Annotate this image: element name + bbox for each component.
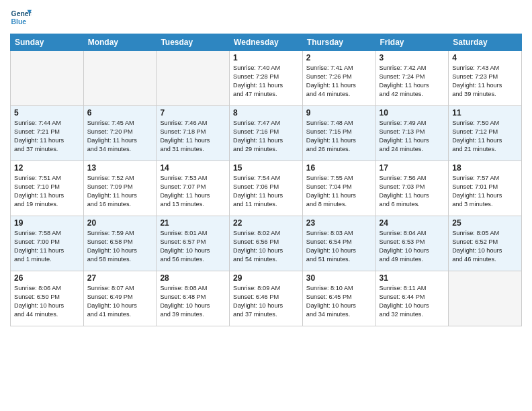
calendar-cell: 11Sunrise: 7:50 AM Sunset: 7:12 PM Dayli… [449,106,522,161]
weekday-header-wednesday: Wednesday [230,34,303,51]
day-number: 6 [87,108,153,118]
day-info: Sunrise: 7:58 AM Sunset: 7:00 PM Dayligh… [14,229,80,264]
day-number: 8 [233,108,299,118]
day-number: 21 [160,218,226,228]
day-info: Sunrise: 8:05 AM Sunset: 6:52 PM Dayligh… [452,229,518,264]
day-number: 4 [452,53,518,62]
calendar-table: SundayMondayTuesdayWednesdayThursdayFrid… [10,34,522,326]
calendar-cell: 4Sunrise: 7:43 AM Sunset: 7:23 PM Daylig… [449,51,522,106]
day-info: Sunrise: 7:45 AM Sunset: 7:20 PM Dayligh… [87,119,153,154]
calendar-cell [449,271,522,326]
day-number: 2 [306,53,372,62]
calendar-cell: 3Sunrise: 7:42 AM Sunset: 7:24 PM Daylig… [375,51,449,106]
calendar-cell: 16Sunrise: 7:55 AM Sunset: 7:04 PM Dayli… [302,161,375,216]
day-info: Sunrise: 7:41 AM Sunset: 7:26 PM Dayligh… [306,64,372,99]
calendar-cell: 30Sunrise: 8:10 AM Sunset: 6:45 PM Dayli… [302,271,375,326]
calendar-cell [83,51,157,106]
weekday-header-sunday: Sunday [11,34,84,51]
day-info: Sunrise: 7:44 AM Sunset: 7:21 PM Dayligh… [14,119,80,154]
day-number: 3 [380,53,445,62]
day-info: Sunrise: 8:04 AM Sunset: 6:53 PM Dayligh… [380,229,445,264]
calendar-cell: 14Sunrise: 7:53 AM Sunset: 7:07 PM Dayli… [157,161,230,216]
day-info: Sunrise: 8:07 AM Sunset: 6:49 PM Dayligh… [87,284,153,319]
day-number: 28 [160,273,226,283]
day-number: 14 [160,163,226,173]
calendar-cell: 12Sunrise: 7:51 AM Sunset: 7:10 PM Dayli… [11,161,84,216]
day-number: 30 [306,273,372,283]
day-info: Sunrise: 8:01 AM Sunset: 6:57 PM Dayligh… [160,229,226,264]
calendar-cell: 20Sunrise: 7:59 AM Sunset: 6:58 PM Dayli… [83,216,157,271]
page-container: General Blue SundayMondayTuesdayWednesda… [0,0,532,411]
svg-text:Blue: Blue [11,18,27,26]
day-number: 15 [233,163,299,173]
day-number: 17 [380,163,445,173]
calendar-week-1: 1Sunrise: 7:40 AM Sunset: 7:28 PM Daylig… [11,51,522,106]
calendar-week-2: 5Sunrise: 7:44 AM Sunset: 7:21 PM Daylig… [11,106,522,161]
weekday-header-saturday: Saturday [449,34,522,51]
day-info: Sunrise: 7:54 AM Sunset: 7:06 PM Dayligh… [233,174,299,209]
day-info: Sunrise: 7:53 AM Sunset: 7:07 PM Dayligh… [160,174,226,209]
calendar-cell: 31Sunrise: 8:11 AM Sunset: 6:44 PM Dayli… [375,271,449,326]
day-info: Sunrise: 7:40 AM Sunset: 7:28 PM Dayligh… [233,64,299,99]
day-number: 9 [306,108,372,118]
day-info: Sunrise: 8:10 AM Sunset: 6:45 PM Dayligh… [306,284,372,319]
calendar-week-3: 12Sunrise: 7:51 AM Sunset: 7:10 PM Dayli… [11,161,522,216]
weekday-header-row: SundayMondayTuesdayWednesdayThursdayFrid… [11,34,522,51]
day-number: 23 [306,218,372,228]
calendar-cell: 19Sunrise: 7:58 AM Sunset: 7:00 PM Dayli… [11,216,84,271]
day-number: 10 [380,108,445,118]
calendar-cell: 5Sunrise: 7:44 AM Sunset: 7:21 PM Daylig… [11,106,84,161]
logo-icon: General Blue [10,7,32,28]
day-number: 26 [14,273,80,283]
weekday-header-monday: Monday [83,34,157,51]
calendar-cell: 15Sunrise: 7:54 AM Sunset: 7:06 PM Dayli… [230,161,303,216]
weekday-header-friday: Friday [375,34,449,51]
day-number: 11 [452,108,518,118]
calendar-cell: 9Sunrise: 7:48 AM Sunset: 7:15 PM Daylig… [302,106,375,161]
day-info: Sunrise: 8:02 AM Sunset: 6:56 PM Dayligh… [233,229,299,264]
calendar-cell [11,51,84,106]
day-number: 7 [160,108,226,118]
day-info: Sunrise: 8:08 AM Sunset: 6:48 PM Dayligh… [160,284,226,319]
calendar-cell: 27Sunrise: 8:07 AM Sunset: 6:49 PM Dayli… [83,271,157,326]
day-number: 27 [87,273,153,283]
logo: General Blue [10,7,32,28]
day-number: 25 [452,218,518,228]
day-info: Sunrise: 7:46 AM Sunset: 7:18 PM Dayligh… [160,119,226,154]
weekday-header-thursday: Thursday [302,34,375,51]
day-number: 18 [452,163,518,173]
day-number: 19 [14,218,80,228]
calendar-cell: 24Sunrise: 8:04 AM Sunset: 6:53 PM Dayli… [375,216,449,271]
day-info: Sunrise: 7:59 AM Sunset: 6:58 PM Dayligh… [87,229,153,264]
day-number: 16 [306,163,372,173]
calendar-cell: 28Sunrise: 8:08 AM Sunset: 6:48 PM Dayli… [157,271,230,326]
calendar-cell: 22Sunrise: 8:02 AM Sunset: 6:56 PM Dayli… [230,216,303,271]
calendar-cell [157,51,230,106]
day-info: Sunrise: 7:43 AM Sunset: 7:23 PM Dayligh… [452,64,518,99]
calendar-cell: 13Sunrise: 7:52 AM Sunset: 7:09 PM Dayli… [83,161,157,216]
calendar-cell: 17Sunrise: 7:56 AM Sunset: 7:03 PM Dayli… [375,161,449,216]
day-number: 24 [380,218,445,228]
calendar-cell: 7Sunrise: 7:46 AM Sunset: 7:18 PM Daylig… [157,106,230,161]
day-info: Sunrise: 7:57 AM Sunset: 7:01 PM Dayligh… [452,174,518,209]
day-info: Sunrise: 8:03 AM Sunset: 6:54 PM Dayligh… [306,229,372,264]
calendar-cell: 10Sunrise: 7:49 AM Sunset: 7:13 PM Dayli… [375,106,449,161]
calendar-cell: 23Sunrise: 8:03 AM Sunset: 6:54 PM Dayli… [302,216,375,271]
day-number: 29 [233,273,299,283]
header: General Blue [10,7,522,28]
day-number: 5 [14,108,80,118]
calendar-cell: 1Sunrise: 7:40 AM Sunset: 7:28 PM Daylig… [230,51,303,106]
day-info: Sunrise: 8:09 AM Sunset: 6:46 PM Dayligh… [233,284,299,319]
day-number: 20 [87,218,153,228]
calendar-cell: 6Sunrise: 7:45 AM Sunset: 7:20 PM Daylig… [83,106,157,161]
weekday-header-tuesday: Tuesday [157,34,230,51]
calendar-cell: 26Sunrise: 8:06 AM Sunset: 6:50 PM Dayli… [11,271,84,326]
day-info: Sunrise: 7:52 AM Sunset: 7:09 PM Dayligh… [87,174,153,209]
day-info: Sunrise: 7:48 AM Sunset: 7:15 PM Dayligh… [306,119,372,154]
day-info: Sunrise: 7:49 AM Sunset: 7:13 PM Dayligh… [380,119,445,154]
day-info: Sunrise: 7:50 AM Sunset: 7:12 PM Dayligh… [452,119,518,154]
calendar-cell: 25Sunrise: 8:05 AM Sunset: 6:52 PM Dayli… [449,216,522,271]
calendar-cell: 29Sunrise: 8:09 AM Sunset: 6:46 PM Dayli… [230,271,303,326]
calendar-week-4: 19Sunrise: 7:58 AM Sunset: 7:00 PM Dayli… [11,216,522,271]
calendar-cell: 18Sunrise: 7:57 AM Sunset: 7:01 PM Dayli… [449,161,522,216]
